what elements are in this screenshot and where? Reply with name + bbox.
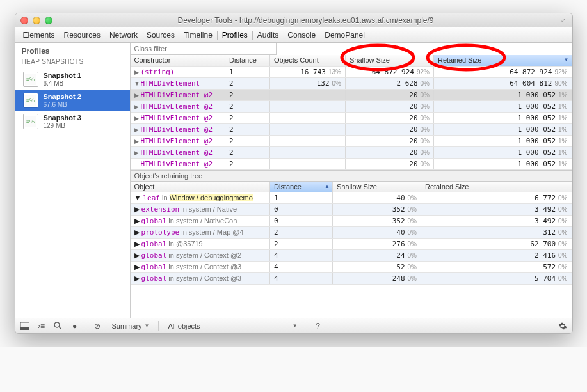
tab-audits[interactable]: Audits	[257, 30, 278, 40]
filter-select[interactable]: All objects▼	[164, 322, 301, 330]
col-distance[interactable]: Distance	[225, 55, 270, 66]
retcol-object[interactable]: Object	[131, 182, 270, 192]
minimize-icon[interactable]	[33, 17, 40, 24]
tab-console[interactable]: Console	[287, 30, 316, 40]
snapshot-size: 129 MB	[44, 122, 65, 129]
retcol-shallow[interactable]: Shallow Size	[333, 182, 421, 192]
table-row[interactable]: ▶HTMLDivElement @22200%1 000 0521%	[131, 112, 572, 123]
table-row[interactable]: ▶HTMLDivElement @22200%1 000 0521%	[131, 135, 572, 146]
snapshot-item-2[interactable]: ≡% Snapshot 267.6 MB	[15, 90, 130, 111]
svg-line-5	[59, 327, 61, 329]
search-icon[interactable]	[52, 320, 64, 332]
tab-network[interactable]: Network	[109, 30, 138, 40]
view-select[interactable]: Summary▼	[108, 322, 154, 330]
col-retained-size[interactable]: Retained Size▼	[434, 55, 572, 66]
table-row[interactable]: ▶ global in system / NativeCon03520%3 49…	[131, 216, 572, 227]
tab-timeline[interactable]: Timeline	[184, 30, 213, 40]
snapshot-item-3[interactable]: ≡% Snapshot 3129 MB	[15, 111, 130, 132]
clear-icon[interactable]: ⊘	[92, 320, 103, 332]
dock-icon[interactable]	[19, 320, 31, 332]
snapshot-name: Snapshot 2	[44, 93, 81, 100]
retaining-tree-table: Object Distance▲ Shallow Size Retained S…	[131, 182, 572, 285]
tab-profiles[interactable]: Profiles	[221, 30, 248, 40]
expand-icon[interactable]: ⤢	[559, 17, 567, 24]
sort-asc-icon: ▲	[325, 184, 330, 189]
table-row[interactable]: ▶ global in @3571922760%62 7000%	[131, 239, 572, 250]
zoom-icon[interactable]	[45, 17, 52, 24]
table-row[interactable]: ▶HTMLDivElement @22200%1 000 0521%	[131, 89, 572, 100]
snapshot-item-1[interactable]: ≡% Snapshot 16.4 MB	[15, 69, 130, 90]
devtools-window: Developer Tools - http://debuggingmemory…	[15, 13, 573, 334]
tab-demopanel[interactable]: DemoPanel	[325, 30, 365, 40]
table-row[interactable]: ▶ extension in system / Native03520%3 49…	[131, 204, 572, 216]
constructors-table: Constructor Distance Objects Count Shall…	[131, 55, 572, 170]
console-icon[interactable]: ›≡	[36, 320, 47, 332]
table-row[interactable]: ▼HTMLDivElement21320%2 6280%64 004 81290…	[131, 77, 572, 89]
table-row[interactable]: ▶HTMLDivElement @22200%1 000 0521%	[131, 146, 572, 158]
table-row[interactable]: ▶ prototype in system / Map @42400%3120%	[131, 227, 572, 239]
snapshot-size: 6.4 MB	[44, 80, 64, 87]
snapshot-name: Snapshot 1	[44, 72, 81, 79]
table-row[interactable]: ▼ leaf in Window / debuggingmemo1400%6 7…	[131, 192, 572, 204]
col-shallow-size[interactable]: Shallow Size	[346, 55, 434, 66]
window-title: Developer Tools - http://debuggingmemory…	[52, 16, 559, 25]
snapshot-icon: ≡%	[23, 114, 38, 129]
sidebar-title: Profiles	[15, 43, 130, 58]
snapshot-icon: ≡%	[23, 72, 38, 87]
class-filter-input[interactable]	[131, 43, 277, 55]
snapshot-icon: ≡%	[23, 93, 38, 108]
retcol-retained[interactable]: Retained Size	[421, 182, 572, 192]
close-icon[interactable]	[20, 17, 28, 24]
table-row[interactable]: HTMLDivElement @22200%1 000 0521%	[131, 158, 572, 169]
panel-tabs: Elements Resources Network Sources Timel…	[15, 27, 572, 43]
sidebar: Profiles HEAP SNAPSHOTS ≡% Snapshot 16.4…	[15, 43, 131, 318]
tab-resources[interactable]: Resources	[64, 30, 101, 40]
record-icon[interactable]: ●	[69, 320, 81, 332]
retcol-distance[interactable]: Distance▲	[270, 182, 333, 192]
status-bar: ›≡ ● ⊘ Summary▼ All objects▼ ?	[15, 318, 572, 333]
table-row[interactable]: ▶HTMLDivElement @22200%1 000 0521%	[131, 100, 572, 112]
table-row[interactable]: ▶ global in system / Context @342480%5 7…	[131, 273, 572, 285]
table-row[interactable]: ▶ global in system / Context @34520%5720…	[131, 262, 572, 273]
help-button[interactable]: ?	[312, 320, 324, 332]
table-row[interactable]: ▶ global in system / Context @24240%2 41…	[131, 250, 572, 262]
col-objects-count[interactable]: Objects Count	[270, 55, 346, 66]
titlebar: Developer Tools - http://debuggingmemory…	[15, 13, 572, 27]
tab-sources[interactable]: Sources	[147, 30, 175, 40]
snapshot-size: 67.6 MB	[44, 101, 67, 108]
settings-icon[interactable]	[557, 320, 568, 332]
tab-elements[interactable]: Elements	[23, 30, 55, 40]
retaining-tree-label: Object's retaining tree	[131, 170, 572, 182]
table-row[interactable]: ▶(string)116 74313%64 872 92492%64 872 9…	[131, 66, 572, 77]
table-row[interactable]: ▶HTMLDivElement @22200%1 000 0521%	[131, 123, 572, 135]
svg-point-4	[54, 322, 60, 327]
sort-desc-icon: ▼	[564, 57, 569, 63]
svg-rect-3	[20, 327, 29, 330]
sidebar-section: HEAP SNAPSHOTS	[15, 58, 130, 69]
col-constructor[interactable]: Constructor	[131, 55, 225, 66]
snapshot-name: Snapshot 3	[44, 114, 81, 122]
